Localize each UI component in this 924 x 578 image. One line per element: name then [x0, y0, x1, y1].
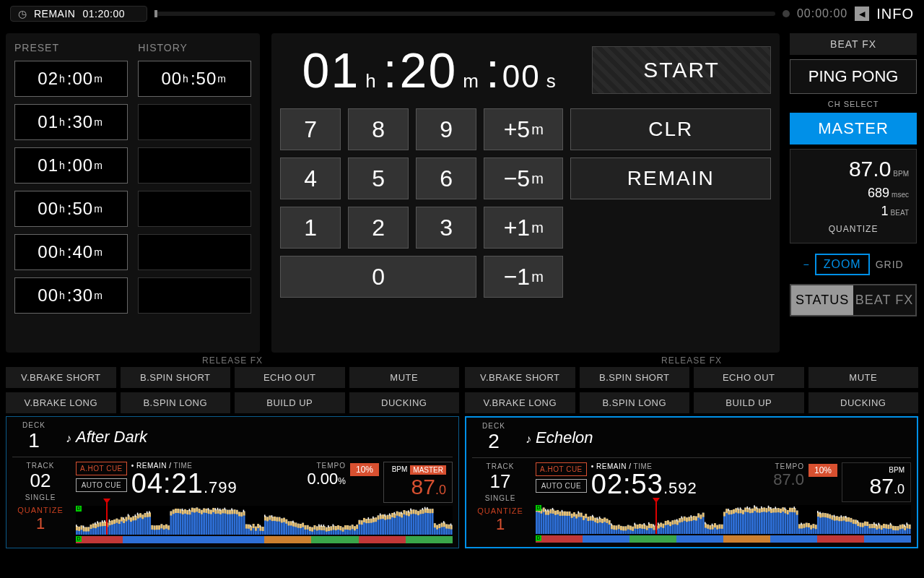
ch-select-label: CH SELECT — [790, 100, 917, 108]
svg-rect-316 — [401, 512, 402, 514]
key-0[interactable]: 0 — [280, 256, 476, 298]
preset-slot[interactable]: 01h:30m — [14, 104, 128, 140]
preset-slot[interactable]: 00h:40m — [14, 234, 128, 270]
preset-slot[interactable]: 02h:00m — [14, 61, 128, 97]
empty-slot[interactable] — [138, 234, 251, 270]
svg-rect-84 — [158, 525, 160, 530]
svg-rect-600 — [772, 508, 775, 512]
key-9[interactable]: 9 — [416, 108, 476, 150]
svg-rect-9 — [83, 525, 84, 527]
key-2[interactable]: 2 — [348, 207, 409, 249]
svg-rect-559 — [735, 508, 737, 512]
key-4[interactable]: 4 — [280, 158, 341, 199]
svg-rect-365 — [450, 524, 452, 526]
fx-button[interactable]: MUTE — [349, 367, 460, 388]
zoom-button[interactable]: ZOOM — [815, 254, 870, 275]
tab-status[interactable]: STATUS — [791, 285, 853, 315]
tempo-range-badge[interactable]: 10% — [808, 464, 837, 477]
waveform[interactable]: DD — [76, 506, 453, 535]
fx-button[interactable]: ECHO OUT — [235, 367, 345, 388]
svg-rect-409 — [578, 512, 580, 514]
svg-rect-78 — [151, 525, 153, 530]
key-1[interactable]: 1 — [280, 207, 341, 249]
svg-rect-457 — [629, 526, 632, 530]
progress-bar[interactable] — [154, 12, 775, 16]
svg-rect-718 — [894, 526, 897, 530]
tempo-range-badge[interactable]: 10% — [350, 463, 379, 476]
key-plus-1m[interactable]: +1m — [484, 207, 563, 249]
fx-button[interactable]: V.BRAKE LONG — [465, 392, 575, 413]
svg-rect-476 — [648, 522, 650, 525]
beat-label: BEAT — [891, 209, 909, 217]
remain-display[interactable]: ◷ REMAIN 01:20:00 — [10, 6, 147, 22]
fx-button[interactable]: BUILD UP — [235, 392, 345, 413]
svg-rect-557 — [733, 509, 735, 514]
key-5[interactable]: 5 — [348, 158, 409, 199]
fx-button[interactable]: MUTE — [808, 367, 919, 388]
auto-cue-button[interactable]: AUTO CUE — [76, 478, 127, 492]
empty-slot[interactable] — [138, 147, 251, 184]
svg-rect-64 — [137, 513, 139, 515]
empty-slot[interactable] — [138, 191, 251, 227]
svg-rect-277 — [363, 518, 365, 522]
svg-rect-330 — [415, 510, 417, 514]
master-channel-button[interactable]: MASTER — [790, 113, 917, 144]
key-7[interactable]: 7 — [280, 108, 341, 150]
key-remain[interactable]: REMAIN — [570, 158, 771, 199]
fx-button[interactable]: DUCKING — [349, 392, 460, 413]
svg-rect-377 — [545, 509, 546, 512]
timer-seconds: 00 — [502, 59, 541, 95]
playhead-icon[interactable] — [106, 503, 108, 535]
empty-slot[interactable] — [138, 104, 251, 140]
progress-knob[interactable] — [154, 10, 157, 17]
hot-cue-button[interactable]: A.HOT CUE — [76, 462, 127, 475]
fx-button[interactable]: DUCKING — [808, 392, 919, 413]
zoom-minus-icon[interactable]: − — [803, 259, 808, 270]
preset-slot[interactable]: 00h:30m — [14, 277, 128, 314]
hot-cue-button[interactable]: A.HOT CUE — [536, 462, 587, 476]
effect-select[interactable]: PING PONG — [790, 59, 917, 94]
svg-rect-167 — [245, 525, 248, 529]
preset-slot[interactable]: 00h:50m — [14, 191, 128, 227]
fx-button[interactable]: ECHO OUT — [694, 367, 804, 388]
svg-rect-682 — [857, 520, 858, 522]
waveform[interactable]: DD — [536, 505, 911, 534]
svg-rect-195 — [274, 517, 276, 521]
empty-slot[interactable] — [138, 277, 251, 314]
fx-button[interactable]: V.BRAKE SHORT — [465, 367, 575, 388]
key-minus-5m[interactable]: −5m — [484, 158, 563, 199]
info-button[interactable]: INFO — [876, 6, 914, 22]
back-button[interactable]: ◀ — [855, 7, 869, 21]
svg-rect-355 — [441, 523, 443, 527]
bpm-value: 87.0 — [849, 157, 891, 181]
key-3[interactable]: 3 — [416, 207, 476, 249]
tab-beat-fx[interactable]: BEAT FX — [853, 285, 915, 315]
fx-button[interactable]: V.BRAKE SHORT — [6, 367, 116, 388]
fx-button[interactable]: V.BRAKE LONG — [6, 392, 116, 413]
fx-button[interactable]: BUILD UP — [694, 392, 804, 413]
start-button[interactable]: START — [592, 46, 771, 94]
fx-button[interactable]: B.SPIN SHORT — [121, 367, 231, 388]
svg-rect-190 — [269, 516, 271, 520]
fx-button[interactable]: B.SPIN SHORT — [580, 367, 690, 388]
svg-rect-207 — [288, 521, 290, 525]
fx-button[interactable]: B.SPIN LONG — [121, 392, 231, 413]
key-6[interactable]: 6 — [416, 158, 476, 199]
svg-rect-226 — [309, 527, 311, 531]
svg-rect-605 — [777, 508, 780, 512]
preset-slot[interactable]: 00h:50m — [138, 61, 251, 97]
grid-button[interactable]: GRID — [876, 259, 904, 270]
svg-rect-528 — [702, 513, 705, 517]
svg-rect-42 — [116, 519, 118, 523]
preset-slot[interactable]: 01h:00m — [14, 147, 128, 184]
key-minus-1m[interactable]: −1m — [484, 256, 563, 298]
svg-rect-238 — [321, 525, 322, 527]
playhead-icon[interactable] — [655, 502, 657, 534]
auto-cue-button[interactable]: AUTO CUE — [536, 479, 587, 493]
key-8[interactable]: 8 — [348, 108, 409, 150]
svg-rect-351 — [436, 525, 438, 530]
fx-button[interactable]: B.SPIN LONG — [580, 392, 690, 413]
clock-display: 00:00:00 — [797, 7, 847, 20]
key-clr[interactable]: CLR — [570, 108, 771, 150]
key-plus-5m[interactable]: +5m — [484, 108, 563, 150]
